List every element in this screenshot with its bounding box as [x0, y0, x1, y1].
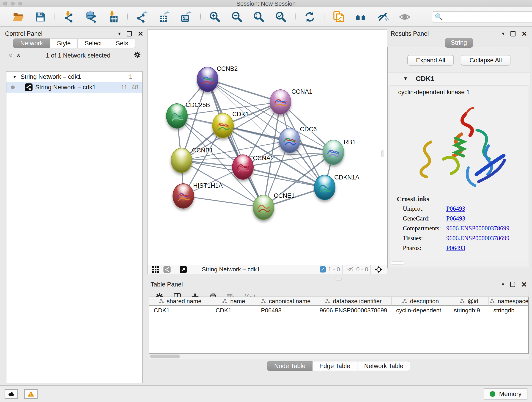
table-cell: P06493 — [256, 306, 315, 315]
network-node-ccne1[interactable] — [253, 195, 274, 220]
vertical-splitter-handle[interactable] — [381, 150, 384, 157]
column-header-database-identifier[interactable]: database identifier — [315, 297, 392, 306]
results-panel-close-icon[interactable]: ✕ — [521, 30, 527, 38]
results-panel-float-icon[interactable] — [510, 31, 515, 36]
zoom-in-icon[interactable] — [209, 11, 221, 23]
node-label-ccna1: CCNA1 — [291, 88, 312, 95]
collapse-all-networks-icon[interactable]: « — [15, 51, 23, 59]
crosslink-value-link[interactable]: 9606.ENSP00000378699 — [446, 225, 509, 232]
table-panel-collapse-icon[interactable]: ▾ — [502, 281, 504, 287]
network-options-gear-icon[interactable] — [133, 51, 141, 60]
column-header-canonical-name[interactable]: canonical name — [256, 297, 315, 306]
expand-all-networks-icon[interactable]: » — [7, 51, 15, 59]
warnings-button[interactable] — [24, 389, 38, 399]
column-header--id[interactable]: @id — [449, 297, 489, 306]
network-edge[interactable] — [183, 196, 264, 207]
network-row-selected[interactable]: String Network – cdk1 11 48 — [6, 82, 142, 93]
table-panel-close-icon[interactable]: ✕ — [521, 281, 527, 288]
tab-style[interactable]: Style — [50, 38, 78, 48]
view-network-icon[interactable] — [163, 266, 171, 274]
crosslink-value-link[interactable]: P06493 — [446, 245, 465, 252]
hide-selected-icon[interactable] — [376, 11, 389, 23]
network-node-ccna1[interactable] — [270, 89, 291, 115]
table-cell: CDK1 — [149, 306, 211, 315]
zoom-fit-icon[interactable] — [253, 11, 265, 23]
protein-thumbnail — [235, 160, 251, 175]
network-node-cdc6[interactable] — [279, 128, 300, 153]
protein-thumbnail — [273, 95, 288, 110]
refresh-icon[interactable] — [303, 11, 316, 23]
network-edge[interactable] — [208, 79, 280, 102]
selected-checkbox-icon[interactable]: ✓ — [320, 266, 326, 273]
control-panel-collapse-icon[interactable]: ▾ — [118, 31, 121, 37]
network-canvas[interactable]: CCNB2CCNA1CDC25BCDK1CDC6RB1CCNB1CCNA2CDK… — [147, 29, 387, 274]
network-node-cdkn1a[interactable] — [314, 175, 336, 200]
network-node-ccna2[interactable] — [232, 154, 254, 180]
column-header-name[interactable]: name — [211, 297, 256, 306]
open-session-icon[interactable] — [12, 11, 25, 23]
zoom-out-icon[interactable] — [230, 11, 243, 23]
export-image-icon[interactable] — [180, 11, 192, 23]
cloud-status-button[interactable] — [5, 389, 18, 399]
tab-string[interactable]: String — [445, 38, 473, 48]
table-panel-float-icon[interactable] — [510, 282, 515, 287]
import-network-file-icon[interactable] — [63, 11, 76, 23]
protein-thumbnail — [200, 72, 215, 88]
crosslink-value-link[interactable]: P06493 — [446, 215, 465, 222]
tab-network[interactable]: Network — [13, 38, 50, 48]
network-status-dot — [11, 85, 15, 89]
table-cell: stringdb:9... — [449, 306, 489, 315]
memory-button[interactable]: Memory — [484, 389, 527, 400]
table-panel-title: Table Panel — [151, 281, 183, 288]
control-panel: Control Panel ▾ ✕ NetworkStyleSelectSets… — [2, 29, 147, 384]
table-cell: 9606.ENSP00000378699 — [315, 306, 392, 315]
birds-eye-view-icon[interactable] — [179, 266, 187, 274]
horizontal-splitter-handle[interactable] — [335, 278, 342, 281]
column-header-shared-name[interactable]: shared name — [149, 297, 211, 306]
tab-select[interactable]: Select — [78, 38, 109, 48]
network-collection-row[interactable]: ▼ String Network – cdk1 1 — [6, 71, 142, 82]
network-node-hist1h1a[interactable] — [172, 183, 194, 209]
network-node-cdc25b[interactable] — [166, 103, 188, 128]
import-table-file-icon[interactable] — [107, 11, 120, 23]
first-neighbors-icon[interactable] — [354, 11, 367, 23]
collapse-all-button[interactable]: Collapse All — [461, 55, 510, 65]
node-label-ccnb1: CCNB1 — [192, 147, 213, 154]
column-header-label: name — [230, 298, 245, 305]
collection-expand-icon[interactable]: ▼ — [12, 74, 17, 80]
export-table-icon[interactable] — [158, 11, 171, 23]
collection-count: 1 — [129, 73, 133, 80]
export-network-icon[interactable] — [136, 11, 148, 23]
expand-all-button[interactable]: Expand All — [407, 55, 454, 65]
column-header-description[interactable]: description — [392, 297, 449, 306]
control-panel-close-icon[interactable]: ✕ — [138, 30, 143, 38]
tab-edge-table[interactable]: Edge Table — [312, 361, 357, 371]
results-panel-collapse-icon[interactable]: ▾ — [502, 31, 505, 37]
network-node-rb1[interactable] — [323, 140, 344, 165]
view-grid-icon[interactable] — [152, 266, 159, 274]
zoom-selected-icon[interactable] — [274, 11, 287, 23]
control-panel-float-icon[interactable] — [127, 31, 132, 36]
network-node-ccnb2[interactable] — [197, 67, 218, 92]
import-network-database-icon[interactable] — [85, 11, 98, 23]
tab-node-table[interactable]: Node Table — [267, 361, 312, 371]
network-node-ccnb1[interactable] — [171, 148, 192, 173]
duplicate-network-icon[interactable] — [332, 11, 345, 23]
protein-collapse-icon[interactable]: ▼ — [403, 76, 408, 82]
search-input[interactable] — [432, 12, 532, 22]
save-session-icon[interactable] — [34, 11, 47, 23]
protein-thumbnail — [176, 189, 191, 204]
network-node-cdk1[interactable] — [212, 113, 234, 138]
tab-network-table[interactable]: Network Table — [357, 361, 411, 371]
center-view-crosshair-icon[interactable] — [375, 266, 383, 274]
crosslink-value-link[interactable]: 9606.ENSP00000378699 — [446, 235, 509, 242]
protein-section-header[interactable]: ▼ CDK1 — [388, 72, 530, 85]
tab-sets[interactable]: Sets — [109, 38, 135, 48]
results-scrollbar[interactable] — [390, 261, 527, 265]
crosslink-value-link[interactable]: P06493 — [446, 205, 465, 212]
show-all-icon[interactable] — [398, 11, 411, 23]
protein-name: CDK1 — [416, 75, 435, 83]
column-header-namespace[interactable]: namespace — [489, 297, 529, 306]
table-row[interactable]: CDK1CDK1P064939606.ENSP00000378699cyclin… — [149, 306, 528, 315]
table-scrollbar[interactable] — [149, 354, 529, 359]
